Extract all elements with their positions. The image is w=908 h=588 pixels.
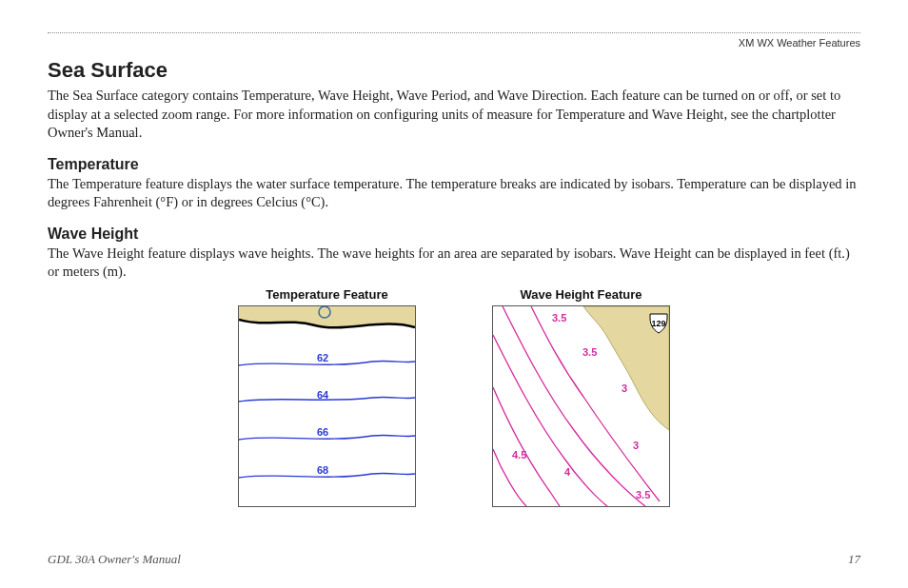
figure-temperature-title: Temperature Feature: [266, 287, 387, 302]
wave-isobar-label: 3: [622, 382, 627, 394]
wave-isobar-label: 4: [564, 466, 570, 478]
temperature-isobar-label: 66: [317, 426, 328, 438]
temperature-map-svg: [239, 306, 415, 506]
body-temperature: The Temperature feature displays the wat…: [48, 175, 860, 212]
wave-isobar-label: 3.5: [552, 312, 566, 323]
page-title: Sea Surface: [48, 58, 860, 83]
intro-paragraph: The Sea Surface category contains Temper…: [48, 87, 860, 143]
road-shield-label: 129: [651, 319, 665, 328]
wave-height-map: 129 3.5 3.5 3 4.5 4 3 3.5: [492, 305, 670, 507]
footer-page-number: 17: [848, 552, 860, 567]
temperature-isobar-label: 62: [317, 352, 328, 363]
wave-isobar-label: 4.5: [512, 449, 526, 461]
temperature-isobar-label: 68: [317, 464, 328, 476]
figure-row: Temperature Feature 62 64 66 68: [48, 287, 860, 507]
temperature-map: 62 64 66 68: [238, 305, 416, 507]
heading-temperature: Temperature: [48, 156, 860, 173]
section-breadcrumb: XM WX Weather Features: [48, 37, 860, 49]
wave-isobar-label: 3: [633, 440, 639, 451]
body-wave-height: The Wave Height feature displays wave he…: [48, 245, 860, 282]
page-footer: GDL 30A Owner's Manual 17: [48, 552, 860, 567]
page: XM WX Weather Features Sea Surface The S…: [0, 0, 908, 588]
figure-wave-height-title: Wave Height Feature: [520, 287, 642, 302]
figure-wave-height: Wave Height Feature 129: [492, 287, 670, 507]
heading-wave-height: Wave Height: [48, 225, 860, 243]
header-rule: [48, 32, 860, 33]
wave-isobar-label: 3.5: [636, 489, 650, 500]
figure-temperature: Temperature Feature 62 64 66 68: [238, 287, 416, 507]
wave-isobar-label: 3.5: [582, 346, 597, 358]
temperature-isobar-label: 64: [317, 389, 328, 401]
footer-manual-name: GDL 30A Owner's Manual: [48, 552, 181, 567]
wave-height-map-svg: 129: [493, 306, 669, 506]
